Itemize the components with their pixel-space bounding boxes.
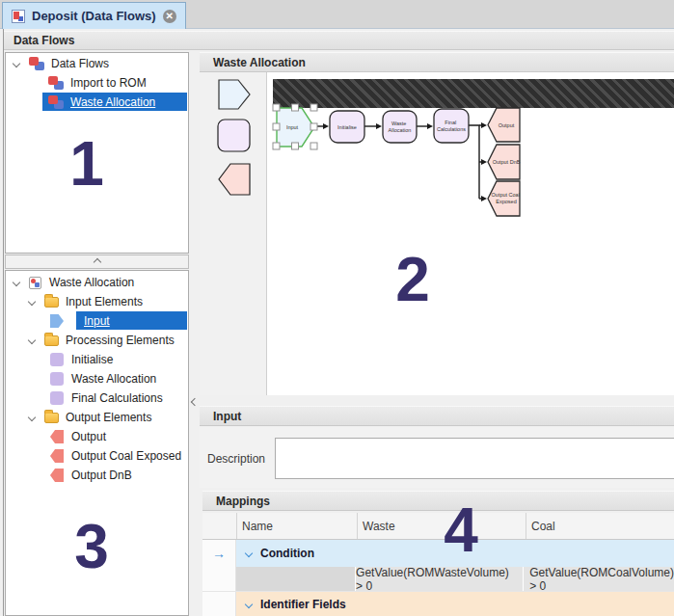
tab-deposit-data-flows[interactable]: Deposit (Data Flows) ✕ [2, 2, 186, 29]
tree-item-waste-allocation-el[interactable]: Waste Allocation [6, 369, 188, 388]
annotation-4: 4 [432, 499, 490, 561]
chevron-down-icon[interactable] [13, 279, 20, 286]
row-indicator-header [202, 513, 236, 539]
annotation-3: 3 [63, 516, 121, 577]
tree-item-label: Waste Allocation [71, 372, 156, 386]
tree-item-import-to-rom[interactable]: Import to ROM [6, 73, 188, 93]
node-output-dnb[interactable]: Output DnB [488, 145, 521, 179]
tree-item-output-dnb[interactable]: Output DnB [6, 466, 188, 485]
tree-item-waste-allocation-root[interactable]: Waste Allocation [6, 273, 188, 292]
tree-item-input[interactable]: Input [6, 311, 188, 331]
flow-root-icon [29, 277, 41, 289]
tree-item-output-elements[interactable]: Output Elements [6, 408, 188, 427]
tree-item-output-coal-exposed[interactable]: Output Coal Exposed [6, 446, 188, 466]
tab-title: Deposit (Data Flows) [32, 9, 156, 23]
chevron-down-icon[interactable] [245, 549, 253, 557]
tree-item-initialise[interactable]: Initialise [6, 350, 188, 369]
tree-item-label: Import to ROM [70, 76, 147, 90]
column-header-name[interactable]: Name [236, 513, 357, 539]
group-label: Condition [260, 547, 314, 560]
process-element-icon [50, 372, 64, 386]
chevron-down-icon[interactable] [13, 60, 20, 67]
app-window: Deposit (Data Flows) ✕ Data Flows Data F… [0, 0, 674, 616]
node-final-calculations[interactable]: Final Calculations [434, 109, 469, 143]
shape-palette [200, 72, 267, 395]
description-input[interactable] [275, 438, 674, 479]
row-indicator-cell [202, 567, 236, 591]
svg-text:Waste Allocation: Waste Allocation [389, 121, 412, 133]
folder-icon [44, 413, 59, 423]
tree-item-label: Input [84, 314, 110, 328]
tree-item-label: Processing Elements [66, 334, 175, 347]
process-element-icon [50, 391, 64, 405]
current-row-arrow-icon: → [212, 546, 226, 561]
process-element-icon [50, 353, 64, 366]
node-output[interactable]: Output [488, 108, 520, 142]
output-element-icon [50, 449, 64, 463]
tree-item-data-flows-root[interactable]: Data Flows [6, 54, 188, 73]
cell-name-empty[interactable] [236, 567, 356, 591]
selection-highlight: Input [76, 311, 187, 330]
tree-item-final-calculations[interactable]: Final Calculations [6, 388, 188, 408]
chevron-down-icon[interactable] [28, 414, 36, 421]
data-flow-icon [48, 76, 64, 90]
chevron-down-icon[interactable] [245, 600, 253, 607]
folder-icon [44, 297, 59, 308]
node-initialise[interactable]: Initialise [330, 111, 364, 143]
tree-item-label: Output Coal Exposed [71, 449, 181, 463]
chevron-down-icon[interactable] [28, 298, 36, 306]
group-row-identifier-fields[interactable]: Identifier Fields [202, 592, 674, 616]
palette-output-shape[interactable] [219, 164, 250, 195]
palette-input-shape[interactable] [219, 80, 250, 109]
svg-text:Output: Output [499, 122, 515, 128]
diagram-caption: Waste Allocation [200, 52, 674, 72]
flow-diagram: Input Initialise Waste Allocation [267, 72, 674, 395]
tree-item-input-elements[interactable]: Input Elements [6, 292, 188, 311]
tree-item-label: Waste Allocation [70, 95, 155, 109]
group-cell-identifier-fields[interactable]: Identifier Fields [236, 592, 674, 616]
chevron-down-icon[interactable] [28, 336, 36, 344]
data-flows-caption: Data Flows [4, 31, 674, 50]
cell-waste-condition[interactable]: GetValue(ROMWasteVolume) > 0 [356, 567, 524, 591]
tree-item-waste-allocation[interactable]: Waste Allocation [6, 93, 188, 112]
collapse-up-icon[interactable] [93, 257, 100, 265]
tree-item-label: Waste Allocation [49, 276, 134, 289]
annotation-1: 1 [58, 133, 116, 195]
annotation-2: 2 [384, 249, 442, 310]
palette-process-shape[interactable] [218, 120, 250, 151]
value-row-condition: GetValue(ROMWasteVolume) > 0 GetValue(RO… [202, 567, 674, 592]
tree-item-output[interactable]: Output [6, 427, 188, 446]
input-panel-caption: Input [200, 406, 674, 426]
selection-highlight: Waste Allocation [42, 93, 187, 111]
node-output-coal-exposed[interactable]: Output Coal Exposed [488, 181, 521, 216]
tree-item-label: Data Flows [51, 57, 109, 70]
tree-splitter[interactable] [5, 254, 189, 269]
tree-item-label: Output DnB [71, 469, 132, 482]
diagram-editor: Input Initialise Waste Allocation [200, 72, 674, 395]
tree-item-label: Input Elements [66, 295, 143, 308]
group-label: Identifier Fields [260, 598, 346, 611]
tree-item-processing-elements[interactable]: Processing Elements [6, 331, 188, 350]
data-flow-icon [48, 95, 64, 109]
panel-collapse-handle[interactable] [189, 394, 200, 410]
tree-item-label: Final Calculations [71, 391, 163, 405]
diagram-canvas[interactable]: Input Initialise Waste Allocation [267, 72, 674, 395]
row-indicator-cell: → [202, 540, 236, 567]
collapse-left-icon[interactable] [190, 398, 198, 406]
cell-coal-condition[interactable]: GetValue(ROMCoalVolume) > 0 [524, 567, 674, 591]
tree-item-label: Output Elements [66, 411, 151, 424]
tab-close-icon[interactable]: ✕ [163, 10, 176, 23]
output-element-icon [50, 469, 64, 482]
tree-item-label: Initialise [71, 353, 113, 366]
svg-text:Initialise: Initialise [337, 124, 357, 130]
description-label: Description [207, 452, 265, 466]
tab-bar: Deposit (Data Flows) ✕ [0, 0, 674, 29]
column-header-coal[interactable]: Coal [526, 513, 674, 539]
data-flow-icon [29, 57, 44, 70]
input-element-icon [50, 314, 64, 328]
svg-text:Input: Input [286, 124, 299, 130]
deposit-tab-icon [12, 10, 25, 23]
node-waste-allocation[interactable]: Waste Allocation [383, 111, 417, 143]
node-input[interactable]: Input [277, 108, 314, 147]
row-indicator-cell [202, 592, 236, 616]
